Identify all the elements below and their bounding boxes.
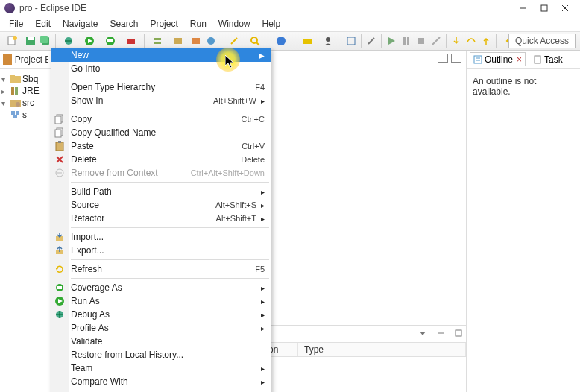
copy-icon xyxy=(54,114,65,124)
view-menu-button[interactable] xyxy=(418,329,427,340)
step-over-button[interactable] xyxy=(464,34,478,48)
menu-copy-qualified-name[interactable]: Copy Qualified Name xyxy=(51,126,271,139)
menu-export[interactable]: Export... xyxy=(51,244,271,257)
maximize-view-button[interactable] xyxy=(454,329,463,340)
separator xyxy=(446,34,447,48)
globe-button[interactable] xyxy=(271,34,291,48)
menu-accel: F4 xyxy=(255,83,265,92)
step-into-button[interactable] xyxy=(450,34,463,48)
minimize-view-button[interactable] xyxy=(436,329,445,340)
menu-edit[interactable]: Edit xyxy=(29,19,57,29)
menu-profile-as[interactable]: Profile As ▸ xyxy=(51,321,271,335)
menu-copy[interactable]: Copy Ctrl+C xyxy=(51,113,271,126)
server-button[interactable] xyxy=(148,34,167,48)
window-title: pro - Eclipse IDE xyxy=(19,3,513,13)
terminate-button[interactable] xyxy=(414,34,428,48)
menu-run[interactable]: Run xyxy=(184,19,212,29)
package-button[interactable] xyxy=(189,34,203,48)
menu-separator xyxy=(71,227,269,228)
new-button[interactable] xyxy=(3,34,22,48)
resume-button[interactable] xyxy=(385,34,398,48)
menu-refactor[interactable]: Refactor Alt+Shift+T ▸ xyxy=(51,212,271,225)
menu-window[interactable]: Window xyxy=(212,19,256,29)
menu-search[interactable]: Search xyxy=(104,19,144,29)
menu-debug-as[interactable]: Debug As ▸ xyxy=(51,308,271,321)
menu-restore-local-history[interactable]: Restore from Local History... xyxy=(51,348,271,361)
menu-label: Coverage As xyxy=(71,282,256,293)
tree-jre[interactable]: ▸ JRE xyxy=(1,85,50,97)
tab-label: Task xyxy=(544,54,563,65)
run-icon xyxy=(54,296,65,306)
project-explorer-label[interactable]: Project Ex xyxy=(15,54,48,65)
suspend-button[interactable] xyxy=(400,34,413,48)
tree-label: Sbq xyxy=(22,74,38,84)
toggle-breadcrumb-button[interactable] xyxy=(344,34,358,48)
quick-access[interactable]: Quick Access xyxy=(508,34,576,48)
menu-navigate[interactable]: Navigate xyxy=(57,19,104,29)
profile-button[interactable] xyxy=(318,34,338,48)
close-button[interactable] xyxy=(555,1,576,15)
maximize-view-button[interactable] xyxy=(451,54,461,63)
menu-label: Build Path xyxy=(71,186,256,197)
menu-separator xyxy=(71,278,269,279)
menu-import[interactable]: Import... xyxy=(51,230,271,244)
new-server-button[interactable] xyxy=(168,34,188,48)
pin-button[interactable] xyxy=(365,34,378,48)
svg-marker-69 xyxy=(56,268,58,271)
coverage-button[interactable] xyxy=(101,34,120,48)
menu-build-path[interactable]: Build Path ▸ xyxy=(51,185,271,198)
tab-outline[interactable]: Outline × xyxy=(470,52,526,66)
menu-separator xyxy=(71,78,269,78)
minimize-view-button[interactable] xyxy=(438,54,448,63)
close-tab-icon[interactable]: × xyxy=(517,54,522,65)
minimize-button[interactable] xyxy=(513,1,534,15)
save-all-button[interactable] xyxy=(39,34,52,48)
ext-tools-button[interactable] xyxy=(122,34,141,48)
menu-team[interactable]: Team ▸ xyxy=(51,361,271,375)
cheese-button[interactable] xyxy=(297,34,317,48)
twisty-icon[interactable]: ▾ xyxy=(1,75,9,83)
menu-paste[interactable]: Paste Ctrl+V xyxy=(51,139,271,153)
twisty-icon[interactable]: ▸ xyxy=(1,87,9,95)
debug-button[interactable] xyxy=(59,34,78,48)
step-return-button[interactable] xyxy=(479,34,493,48)
menu-project[interactable]: Project xyxy=(144,19,183,29)
menu-go-into[interactable]: Go Into xyxy=(51,62,271,75)
svg-line-29 xyxy=(368,38,374,44)
tree-package[interactable]: s xyxy=(1,109,50,121)
search-button[interactable] xyxy=(245,34,265,48)
svg-rect-1 xyxy=(541,5,547,11)
menu-run-as[interactable]: Run As ▸ xyxy=(51,294,271,308)
svg-rect-26 xyxy=(303,39,312,44)
menu-delete[interactable]: Delete Delete xyxy=(51,153,271,166)
wand-button[interactable] xyxy=(224,34,244,48)
tab-task[interactable]: Task xyxy=(530,53,566,66)
disconnect-button[interactable] xyxy=(429,34,443,48)
menu-file[interactable]: File xyxy=(3,19,29,29)
menu-source[interactable]: Source Alt+Shift+S ▸ xyxy=(51,198,271,212)
tree-label: src xyxy=(22,98,34,108)
menu-refresh[interactable]: Refresh F5 xyxy=(51,262,271,276)
menu-show-in[interactable]: Show In Alt+Shift+W ▸ xyxy=(51,94,271,107)
run-button[interactable] xyxy=(80,34,99,48)
type-button[interactable] xyxy=(204,34,218,48)
save-button[interactable] xyxy=(24,34,37,48)
tree-src[interactable]: ▾ src xyxy=(1,97,50,109)
svg-rect-37 xyxy=(10,75,15,78)
maximize-button[interactable] xyxy=(534,1,555,15)
tree-project[interactable]: ▾ Sbq xyxy=(1,73,50,85)
project-tree[interactable]: ▾ Sbq ▸ JRE ▾ src s xyxy=(0,69,51,125)
twisty-icon[interactable] xyxy=(1,111,9,119)
titlebar: pro - Eclipse IDE xyxy=(0,0,580,16)
twisty-icon[interactable]: ▾ xyxy=(1,99,9,107)
col-type[interactable]: Type xyxy=(298,343,466,356)
menu-help[interactable]: Help xyxy=(256,19,287,29)
menu-validate[interactable]: Validate xyxy=(51,335,271,348)
menu-new[interactable]: New ▶ xyxy=(51,48,271,62)
menu-open-type-hierarchy[interactable]: Open Type Hierarchy F4 xyxy=(51,80,271,94)
menu-label: Copy xyxy=(71,114,242,124)
menu-accel: Alt+Shift+W xyxy=(213,96,256,105)
menu-coverage-as[interactable]: Coverage As ▸ xyxy=(51,281,271,294)
svg-rect-61 xyxy=(56,142,63,151)
menu-compare-with[interactable]: Compare With ▸ xyxy=(51,375,271,388)
